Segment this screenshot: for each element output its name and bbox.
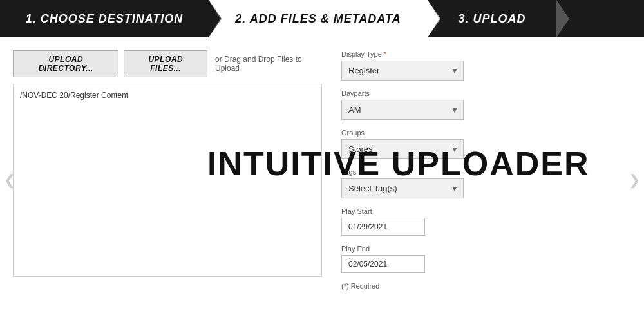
step-1-label: 1. CHOOSE DESTINATION [26, 12, 184, 26]
play-end-input[interactable] [341, 255, 425, 273]
groups-label: Groups [341, 129, 631, 137]
file-drop-area[interactable]: /NOV-DEC 20/Register Content [13, 84, 322, 277]
groups-select-wrapper: Stores ▼ [341, 139, 464, 159]
tags-label: Tags [341, 168, 631, 176]
dayparts-select[interactable]: AM PM All Day Breakfast Lunch Dinner [341, 100, 464, 120]
tags-select-wrapper: Select Tag(s) ▼ [341, 178, 464, 198]
groups-select[interactable]: Stores [341, 139, 464, 159]
file-path: /NOV-DEC 20/Register Content [20, 91, 315, 100]
dayparts-select-wrapper: AM PM All Day Breakfast Lunch Dinner ▼ [341, 100, 464, 120]
steps-bar: 1. CHOOSE DESTINATION 2. ADD FILES & MET… [0, 0, 644, 37]
left-panel: UPLOAD DIRECTORY... UPLOAD FILES... or D… [13, 50, 322, 290]
tags-select[interactable]: Select Tag(s) [341, 178, 464, 198]
step-choose-destination[interactable]: 1. CHOOSE DESTINATION [0, 0, 209, 37]
dayparts-group: Dayparts AM PM All Day Breakfast Lunch D… [341, 90, 631, 120]
main-content: UPLOAD DIRECTORY... UPLOAD FILES... or D… [0, 37, 644, 290]
tags-group: Tags Select Tag(s) ▼ [341, 168, 631, 198]
play-end-label: Play End [341, 245, 631, 253]
display-type-group: Display Type * Register Menu Board Drive… [341, 50, 631, 81]
upload-directory-button[interactable]: UPLOAD DIRECTORY... [13, 50, 118, 77]
step-add-files[interactable]: 2. ADD FILES & METADATA [209, 0, 428, 37]
display-type-required-star: * [384, 50, 386, 58]
right-panel: Display Type * Register Menu Board Drive… [341, 50, 631, 290]
step-upload[interactable]: 3. UPLOAD [428, 0, 556, 37]
upload-buttons-row: UPLOAD DIRECTORY... UPLOAD FILES... or D… [13, 50, 322, 77]
step-3-label: 3. UPLOAD [458, 12, 526, 26]
nav-arrow-left[interactable]: ❮ [0, 164, 19, 196]
play-end-group: Play End [341, 245, 631, 273]
step-2-label: 2. ADD FILES & METADATA [235, 12, 401, 26]
display-type-label: Display Type * [341, 50, 631, 58]
groups-group: Groups Stores ▼ [341, 129, 631, 159]
display-type-select-wrapper: Register Menu Board Drive Thru Kiosk ▼ [341, 61, 464, 81]
upload-files-button[interactable]: UPLOAD FILES... [124, 50, 207, 77]
dayparts-label: Dayparts [341, 90, 631, 97]
play-start-label: Play Start [341, 207, 631, 215]
display-type-select[interactable]: Register Menu Board Drive Thru Kiosk [341, 61, 464, 81]
nav-arrow-right[interactable]: ❯ [625, 164, 644, 196]
play-start-input[interactable] [341, 218, 425, 236]
play-start-group: Play Start [341, 207, 631, 236]
upload-hint: or Drag and Drop Files to Upload [215, 55, 322, 73]
required-note: (*) Required [341, 282, 631, 290]
